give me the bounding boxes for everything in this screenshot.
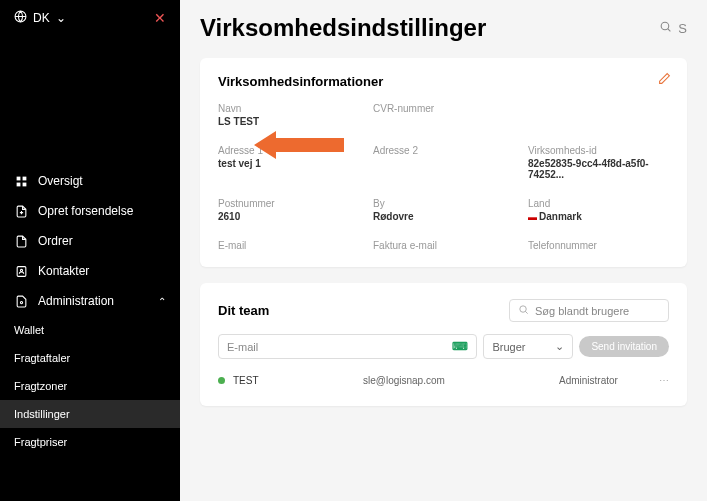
nav-label: Fragtzoner bbox=[14, 380, 67, 392]
field-city: By Rødovre bbox=[373, 198, 514, 222]
user-actions-icon[interactable]: ⋯ bbox=[659, 375, 669, 386]
placeholder-text: E-mail bbox=[227, 341, 258, 353]
field-invoice-email: Faktura e-mail bbox=[373, 240, 514, 251]
sidebar-item-admin[interactable]: Administration ⌃ bbox=[0, 286, 180, 316]
page-search[interactable]: S bbox=[659, 20, 687, 36]
send-invitation-button[interactable]: Send invitation bbox=[579, 336, 669, 357]
denmark-flag-icon: ▬ bbox=[528, 212, 537, 222]
nav-label: Indstillinger bbox=[14, 408, 70, 420]
search-icon bbox=[518, 304, 529, 317]
field-phone: Telefonnummer bbox=[528, 240, 669, 251]
svg-point-6 bbox=[20, 269, 22, 271]
nav-label: Ordrer bbox=[38, 234, 73, 248]
sidebar-sub-agreements[interactable]: Fragtaftaler bbox=[0, 344, 180, 372]
contacts-icon bbox=[14, 264, 28, 278]
status-dot-icon bbox=[218, 377, 225, 384]
keyboard-icon: ⌨ bbox=[452, 340, 468, 353]
nav-label: Kontakter bbox=[38, 264, 89, 278]
sidebar-sub-zones[interactable]: Fragtzoner bbox=[0, 372, 180, 400]
field-addr2: Adresse 2 bbox=[373, 145, 514, 180]
user-email: sle@logisnap.com bbox=[363, 375, 559, 386]
document-plus-icon bbox=[14, 204, 28, 218]
chevron-down-icon: ⌄ bbox=[56, 11, 66, 25]
nav-label: Administration bbox=[38, 294, 114, 308]
nav-label: Wallet bbox=[14, 324, 44, 336]
nav-label: Fragtaftaler bbox=[14, 352, 70, 364]
sidebar-item-create[interactable]: Opret forsendelse bbox=[0, 196, 180, 226]
dashboard-icon bbox=[14, 174, 28, 188]
edit-icon[interactable] bbox=[658, 72, 671, 88]
sidebar-sub-settings[interactable]: Indstillinger bbox=[0, 400, 180, 428]
sidebar: DK ⌄ ✕ Oversigt Opret forsendelse Ordrer… bbox=[0, 0, 180, 501]
svg-marker-8 bbox=[254, 131, 344, 159]
user-role: Administrator bbox=[559, 375, 659, 386]
document-icon bbox=[14, 234, 28, 248]
user-row: TEST sle@logisnap.com Administrator ⋯ bbox=[218, 371, 669, 390]
field-cvr: CVR-nummer bbox=[373, 103, 514, 127]
field-name: Navn LS TEST bbox=[218, 103, 359, 127]
field-company-id: Virksomheds-id 82e52835-9cc4-4f8d-a5f0-7… bbox=[528, 145, 669, 180]
svg-rect-2 bbox=[22, 176, 26, 180]
sidebar-item-overview[interactable]: Oversigt bbox=[0, 166, 180, 196]
selected-role: Bruger bbox=[492, 341, 525, 353]
sidebar-sub-prices[interactable]: Fragtpriser bbox=[0, 428, 180, 456]
team-card: Dit team Søg blandt brugere E-mail ⌨ Bru… bbox=[200, 283, 687, 406]
company-section-title: Virksomhedsinformationer bbox=[218, 74, 669, 89]
chevron-down-icon: ⌄ bbox=[555, 340, 564, 353]
annotation-arrow bbox=[254, 128, 344, 166]
user-name: TEST bbox=[233, 375, 363, 386]
chevron-up-icon: ⌃ bbox=[158, 296, 166, 307]
team-search[interactable]: Søg blandt brugere bbox=[509, 299, 669, 322]
svg-point-9 bbox=[661, 22, 669, 30]
field-country: Land ▬Danmark bbox=[528, 198, 669, 222]
globe-icon bbox=[14, 10, 27, 26]
search-placeholder: S bbox=[678, 21, 687, 36]
invite-role-select[interactable]: Bruger ⌄ bbox=[483, 334, 573, 359]
svg-rect-3 bbox=[16, 182, 20, 186]
sidebar-item-orders[interactable]: Ordrer bbox=[0, 226, 180, 256]
sidebar-item-contacts[interactable]: Kontakter bbox=[0, 256, 180, 286]
svg-point-10 bbox=[520, 306, 526, 312]
nav-label: Oversigt bbox=[38, 174, 83, 188]
team-section-title: Dit team bbox=[218, 303, 269, 318]
svg-rect-1 bbox=[16, 176, 20, 180]
sidebar-sub-wallet[interactable]: Wallet bbox=[0, 316, 180, 344]
field-email: E-mail bbox=[218, 240, 359, 251]
nav-label: Opret forsendelse bbox=[38, 204, 133, 218]
svg-rect-4 bbox=[22, 182, 26, 186]
language-switcher[interactable]: DK ⌄ bbox=[14, 10, 66, 26]
placeholder-text: Søg blandt brugere bbox=[535, 305, 629, 317]
search-icon bbox=[659, 20, 672, 36]
field-zip: Postnummer 2610 bbox=[218, 198, 359, 222]
lang-label: DK bbox=[33, 11, 50, 25]
page-title: Virksomhedsindstillinger bbox=[200, 14, 486, 42]
invite-email-input[interactable]: E-mail ⌨ bbox=[218, 334, 477, 359]
main-content: Virksomhedsindstillinger S Virksomhedsin… bbox=[180, 0, 707, 501]
nav-label: Fragtpriser bbox=[14, 436, 67, 448]
settings-doc-icon bbox=[14, 294, 28, 308]
close-icon[interactable]: ✕ bbox=[154, 10, 166, 26]
svg-point-7 bbox=[20, 301, 22, 303]
